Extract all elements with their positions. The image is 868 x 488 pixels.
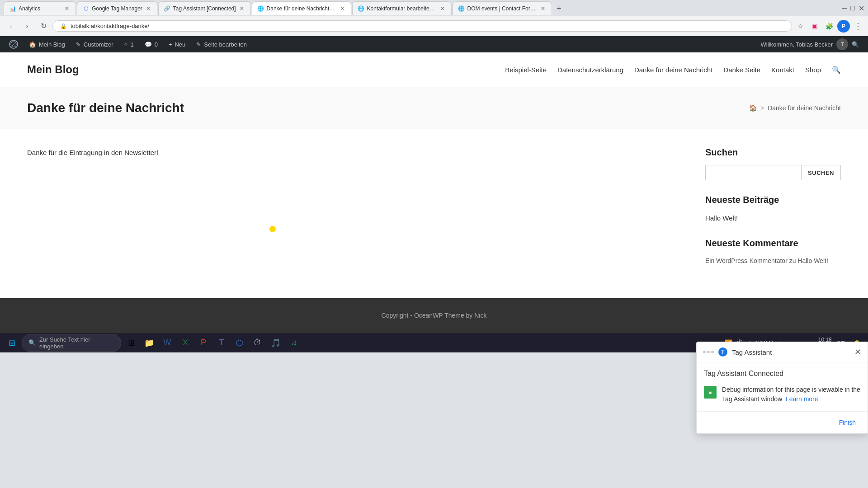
comments-zero-label: 0: [155, 41, 158, 48]
taskbar-pinned-icons: ⊞ 📁 W X P T ⬡ ⏱ 🎵 ♫: [123, 335, 302, 351]
search-button[interactable]: SUCHEN: [802, 165, 841, 180]
gtm-favicon: ⬡: [83, 5, 89, 12]
user-avatar[interactable]: T: [836, 38, 848, 50]
tag-assistant-footer: Finish: [697, 411, 868, 433]
close-window-button[interactable]: ✕: [859, 4, 864, 13]
tab-analytics-title: Analytics: [19, 5, 61, 12]
tab-dom-events[interactable]: 🌐 DOM events | Contact Form 7 ✕: [453, 1, 552, 15]
wp-edit-page[interactable]: ✎ Seite bearbeiten: [191, 36, 252, 52]
sidebar: Suchen SUCHEN Neueste Beiträge Hallo Wel…: [705, 147, 841, 280]
site-header: Mein Blog Beispiel-Seite Datenschutzerkl…: [0, 52, 868, 87]
footer-text: Copyright - OceanWP Theme by Nick: [27, 312, 841, 319]
tag-assistant-description: Debug information for this page is viewa…: [722, 385, 860, 404]
recent-post-item[interactable]: Hallo Welt!: [705, 212, 841, 224]
taskbar-word-icon[interactable]: W: [159, 335, 175, 351]
recent-comments-title: Neueste Kommentare: [705, 238, 841, 249]
tab-tag-assistant-title: Tag Assistant [Connected]: [173, 5, 236, 12]
taskbar-search-box[interactable]: 🔍 Zur Suche Text hier eingeben: [22, 334, 121, 352]
wp-comments-bubble[interactable]: 💬 0: [139, 36, 163, 52]
search-input[interactable]: [705, 165, 802, 180]
tab-kontaktformular[interactable]: 🌐 Kontaktformular bearbeiten – Me… ✕: [352, 1, 452, 15]
forward-button[interactable]: ›: [20, 19, 34, 33]
taskbar-file-explorer-icon[interactable]: 📁: [141, 335, 157, 351]
tab-tag-assistant[interactable]: 🔗 Tag Assistant [Connected] ✕: [158, 1, 251, 15]
comments-count: 1: [130, 41, 133, 48]
nav-kontakt[interactable]: Kontakt: [771, 66, 794, 74]
reload-button[interactable]: ↻: [36, 19, 51, 33]
home-icon: 🏠: [29, 41, 36, 48]
breadcrumb-separator: >: [760, 104, 764, 112]
nav-danke-nachricht[interactable]: Danke für deine Nachricht: [634, 66, 712, 74]
tab-dom-events-close[interactable]: ✕: [540, 5, 546, 13]
learn-more-link[interactable]: Learn more: [786, 395, 818, 403]
customizer-label: Customizer: [84, 41, 113, 48]
taskbar-chrome-icon[interactable]: ⬡: [231, 335, 248, 351]
nav-beispiel[interactable]: Beispiel-Seite: [505, 66, 547, 74]
wp-logo-item[interactable]: [4, 36, 24, 52]
taskbar-excel-icon[interactable]: X: [177, 335, 193, 351]
taskbar-spotify-icon[interactable]: ♫: [286, 335, 302, 351]
bookmark-icon[interactable]: ☆: [794, 20, 807, 33]
header-search-icon[interactable]: 🔍: [832, 66, 841, 74]
svg-text:T: T: [721, 349, 725, 355]
tab-danke[interactable]: 🌐 Danke für deine Nachricht – Me… ✕: [252, 1, 351, 15]
green-square-icon: ■: [709, 390, 712, 395]
tag-assistant-finish-button[interactable]: Finish: [835, 416, 860, 429]
user-profile-btn[interactable]: P: [837, 20, 850, 33]
new-label: Neu: [175, 41, 185, 48]
site-name-label: Mein Blog: [39, 41, 65, 48]
nav-shop[interactable]: Shop: [805, 66, 821, 74]
new-tab-button[interactable]: +: [553, 2, 566, 15]
tag-assistant-status-icon: ■: [704, 386, 717, 399]
taskbar-task-view-icon[interactable]: ⊞: [123, 335, 139, 351]
address-bar[interactable]: 🔒 tobitalk.at/kontaktfrage-danke/: [52, 20, 792, 32]
wp-site-name[interactable]: 🏠 Mein Blog: [24, 36, 71, 52]
page-title: Danke für deine Nachricht: [27, 101, 184, 115]
thank-you-message: Danke für die Eintragung in den Newslett…: [27, 147, 687, 158]
tag-assistant-close-icon[interactable]: ✕: [854, 347, 861, 357]
breadcrumb: 🏠 > Danke für deine Nachricht: [749, 104, 841, 112]
welcome-text: Willkommen, Tobias Becker: [761, 41, 833, 48]
search-widget-title: Suchen: [705, 147, 841, 158]
taskbar-time-icon[interactable]: ⏱: [250, 335, 266, 351]
wp-customizer[interactable]: ✎ Customizer: [71, 36, 119, 52]
nav-datenschutz[interactable]: Datenschutzerklärung: [557, 66, 623, 74]
search-admin-icon[interactable]: 🔍: [852, 41, 859, 48]
recent-posts-title: Neueste Beiträge: [705, 195, 841, 205]
minimize-button[interactable]: ─: [842, 4, 847, 12]
tag-assistant-dots[interactable]: [703, 351, 714, 353]
taskbar-teams-icon[interactable]: T: [213, 335, 230, 351]
circle-icon: ○: [124, 41, 128, 48]
site-logo[interactable]: Mein Blog: [27, 63, 79, 76]
edit-page-label: Seite bearbeiten: [204, 41, 247, 48]
maximize-button[interactable]: □: [850, 4, 855, 12]
tab-kontaktformular-close[interactable]: ✕: [439, 5, 446, 13]
tab-gtm-close[interactable]: ✕: [145, 5, 151, 13]
extension-puzzle-icon[interactable]: 🧩: [823, 20, 835, 33]
back-button[interactable]: ‹: [4, 19, 18, 33]
recent-posts-widget: Neueste Beiträge Hallo Welt!: [705, 195, 841, 224]
breadcrumb-home-icon[interactable]: 🏠: [749, 104, 757, 112]
tab-analytics[interactable]: 📊 Analytics ✕: [4, 1, 76, 15]
tab-danke-close[interactable]: ✕: [339, 5, 345, 13]
tab-analytics-close[interactable]: ✕: [64, 5, 70, 13]
wordpress-icon: [9, 40, 18, 49]
nav-danke-seite[interactable]: Danke Seite: [723, 66, 760, 74]
url-text[interactable]: tobitalk.at/kontaktfrage-danke/: [71, 23, 149, 29]
taskbar-extra1-icon[interactable]: 🎵: [268, 335, 284, 351]
wp-comments-circle[interactable]: ○ 1: [119, 36, 139, 52]
tag-assistant-header: T Tag Assistant ✕: [697, 342, 868, 362]
lock-icon: 🔒: [60, 23, 67, 29]
wp-new[interactable]: + Neu: [163, 36, 191, 52]
taskbar-start-button[interactable]: ⊞: [4, 335, 20, 351]
tab-tag-assistant-close[interactable]: ✕: [239, 5, 245, 13]
danke-favicon: 🌐: [258, 5, 264, 12]
more-options-icon[interactable]: ⋮: [852, 20, 864, 33]
plus-icon: +: [169, 41, 172, 48]
taskbar-powerpoint-icon[interactable]: P: [195, 335, 212, 351]
tag-assistant-favicon: 🔗: [164, 5, 170, 12]
wp-user-area: Willkommen, Tobias Becker T 🔍: [761, 38, 864, 50]
tag-assistant-title: Tag Assistant: [732, 348, 851, 356]
profile-icon[interactable]: ◉: [808, 20, 821, 33]
tab-gtm[interactable]: ⬡ Google Tag Manager ✕: [77, 1, 157, 15]
